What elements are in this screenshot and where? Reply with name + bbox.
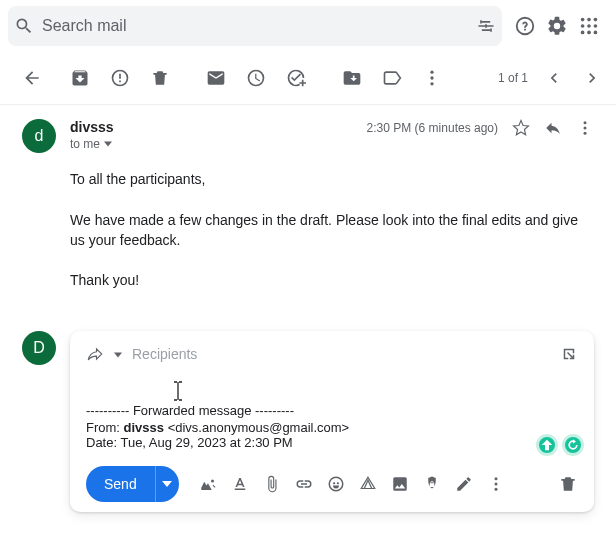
emoji-icon[interactable] [321, 469, 351, 499]
next-icon[interactable] [580, 66, 604, 90]
forward-arrow-icon[interactable] [86, 345, 104, 363]
user-avatar[interactable]: D [22, 331, 56, 365]
labels-icon[interactable] [372, 58, 412, 98]
popout-icon[interactable] [560, 345, 578, 363]
svg-point-6 [581, 31, 585, 35]
format-sign-icon[interactable] [193, 469, 223, 499]
mark-unread-icon[interactable] [196, 58, 236, 98]
fwd-separator: ---------- Forwarded message --------- [86, 403, 578, 418]
compose-more-icon[interactable] [481, 469, 511, 499]
sender-avatar[interactable]: d [22, 119, 56, 153]
text-cursor-icon [172, 381, 184, 401]
svg-point-8 [594, 31, 598, 35]
send-options-dropdown[interactable] [155, 466, 179, 502]
compose-area: D Recipients ---------- Forwarded messag… [22, 331, 594, 512]
compose-toolbar: Send [86, 466, 578, 502]
mail-message: d divsss to me 2:30 PM (6 minutes ago) [0, 105, 616, 291]
svg-point-14 [584, 132, 587, 135]
prev-icon[interactable] [542, 66, 566, 90]
recipients-field[interactable]: Recipients [132, 346, 197, 362]
link-icon[interactable] [289, 469, 319, 499]
search-input[interactable] [42, 17, 468, 35]
svg-point-17 [494, 488, 497, 491]
svg-point-12 [584, 121, 587, 124]
mail-timestamp: 2:30 PM (6 minutes ago) [367, 121, 498, 135]
more-icon[interactable] [412, 58, 452, 98]
move-to-icon[interactable] [332, 58, 372, 98]
format-text-icon[interactable] [225, 469, 255, 499]
compose-box: Recipients ---------- Forwarded message … [70, 331, 594, 512]
svg-point-15 [494, 477, 497, 480]
svg-point-7 [587, 31, 591, 35]
svg-point-3 [581, 24, 585, 28]
apps-icon[interactable] [578, 15, 600, 37]
svg-point-1 [587, 18, 591, 22]
dropdown-icon [104, 137, 112, 151]
search-icon [14, 16, 34, 36]
spam-icon[interactable] [100, 58, 140, 98]
svg-point-16 [494, 482, 497, 485]
grammarly-widget[interactable] [536, 434, 584, 456]
reply-icon[interactable] [544, 119, 562, 137]
settings-icon[interactable] [546, 15, 568, 37]
archive-icon[interactable] [60, 58, 100, 98]
app-header [0, 0, 616, 52]
mail-body: To all the participants, We have made a … [70, 169, 594, 291]
header-actions [514, 15, 600, 37]
back-icon[interactable] [12, 58, 52, 98]
send-button[interactable]: Send [86, 466, 179, 502]
recipient-label: to me [70, 137, 100, 151]
page-count: 1 of 1 [498, 71, 528, 85]
signature-icon[interactable] [449, 469, 479, 499]
svg-point-10 [430, 76, 433, 79]
svg-point-2 [594, 18, 598, 22]
recipient-dropdown[interactable]: to me [70, 137, 367, 151]
confidential-icon[interactable] [417, 469, 447, 499]
search-box[interactable] [8, 6, 502, 46]
image-icon[interactable] [385, 469, 415, 499]
compose-body[interactable]: ---------- Forwarded message --------- F… [86, 403, 578, 450]
svg-point-9 [430, 71, 433, 74]
send-label: Send [86, 476, 155, 492]
snooze-icon[interactable] [236, 58, 276, 98]
attach-icon[interactable] [257, 469, 287, 499]
star-icon[interactable] [512, 119, 530, 137]
drive-icon[interactable] [353, 469, 383, 499]
reply-type-dropdown-icon[interactable] [114, 346, 122, 362]
add-task-icon[interactable] [276, 58, 316, 98]
svg-point-11 [430, 82, 433, 85]
discard-icon[interactable] [558, 474, 578, 494]
delete-icon[interactable] [140, 58, 180, 98]
svg-point-4 [587, 24, 591, 28]
grammarly-badge-icon [536, 434, 558, 456]
filters-icon[interactable] [476, 16, 496, 36]
message-more-icon[interactable] [576, 119, 594, 137]
svg-point-0 [581, 18, 585, 22]
grammarly-logo-icon [562, 434, 584, 456]
sender-name[interactable]: divsss [70, 119, 367, 135]
mail-toolbar: 1 of 1 [0, 52, 616, 105]
help-icon[interactable] [514, 15, 536, 37]
fwd-date-line: Date: Tue, Aug 29, 2023 at 2:30 PM [86, 435, 578, 450]
svg-point-5 [594, 24, 598, 28]
svg-point-13 [584, 127, 587, 130]
fwd-from-line: From: divsss <divs.anonymous@gmail.com> [86, 420, 578, 435]
